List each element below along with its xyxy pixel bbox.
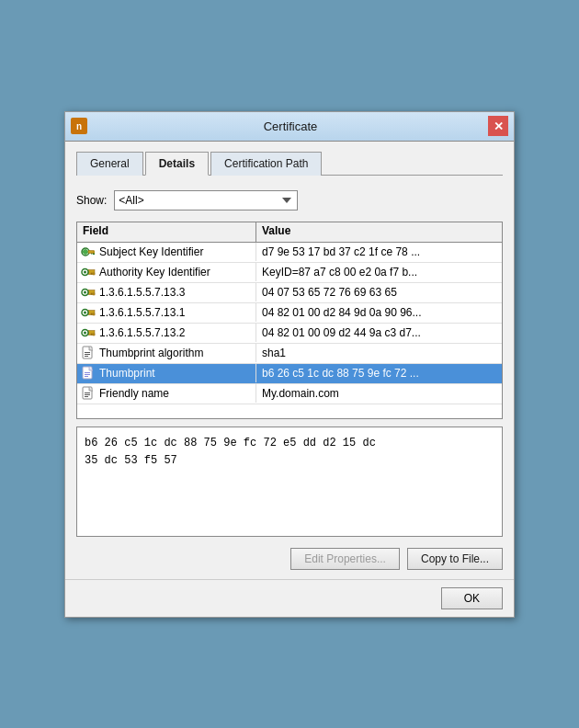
field-name: Thumbprint algorithm: [99, 347, 203, 359]
tab-certification-path[interactable]: Certification Path: [210, 152, 322, 176]
row-value: d7 9e 53 17 bd 37 c2 1f ce 78 ...: [256, 244, 502, 260]
svg-rect-27: [85, 352, 90, 353]
col-field-header: Field: [77, 222, 256, 242]
document-icon: [81, 346, 96, 360]
row-field: Thumbprint: [77, 364, 256, 382]
svg-rect-15: [91, 293, 93, 295]
table-row[interactable]: 1.3.6.1.5.5.7.13.3 04 07 53 65 72 76 69 …: [77, 283, 502, 303]
svg-rect-24: [93, 334, 95, 336]
copy-to-file-button[interactable]: Copy to File...: [407, 548, 503, 570]
table-header: Field Value: [77, 222, 502, 243]
window-content: General Details Certification Path Show:…: [65, 142, 514, 579]
svg-rect-9: [93, 273, 95, 275]
svg-rect-29: [85, 356, 88, 357]
window-icon: n: [71, 118, 87, 134]
svg-rect-37: [85, 396, 88, 397]
table-row[interactable]: 1.3.6.1.5.5.7.13.1 04 82 01 00 d2 84 9d …: [77, 303, 502, 324]
svg-point-23: [84, 332, 86, 335]
row-value: 04 82 01 00 09 d2 44 9a c3 d7...: [256, 324, 502, 341]
svg-rect-33: [85, 376, 88, 377]
row-value: b6 26 c5 1c dc 88 75 9e fc 72 ...: [256, 365, 502, 381]
field-name: Thumbprint: [99, 367, 155, 380]
key-icon: [81, 305, 96, 320]
table-row[interactable]: 1.3.6.1.5.5.7.13.2 04 82 01 00 09 d2 44 …: [77, 324, 502, 344]
tab-details[interactable]: Details: [145, 152, 209, 176]
edit-properties-button[interactable]: Edit Properties...: [290, 548, 400, 570]
key-icon: [81, 325, 96, 340]
field-name: Subject Key Identifier: [99, 245, 203, 258]
table-row[interactable]: Authority Key Identifier KeyID=87 a7 c8 …: [77, 263, 502, 283]
detail-line-1: b6 26 c5 1c dc 88 75 9e fc 72 e5 dd d2 1…: [85, 435, 494, 452]
field-name: 1.3.6.1.5.5.7.13.2: [99, 326, 185, 339]
footer: OK: [65, 579, 514, 617]
table-row[interactable]: Friendly name My.domain.com: [77, 384, 502, 404]
row-field: 1.3.6.1.5.5.7.13.1: [77, 303, 256, 322]
svg-rect-25: [91, 334, 93, 336]
field-name: 1.3.6.1.5.5.7.13.3: [99, 286, 185, 299]
show-row: Show: <All> Version 1 Fields Only Extens…: [76, 190, 503, 210]
close-button[interactable]: ✕: [488, 116, 508, 136]
row-value: sha1: [256, 345, 502, 361]
action-buttons: Edit Properties... Copy to File...: [76, 548, 503, 570]
detail-area: b6 26 c5 1c dc 88 75 9e fc 72 e5 dd d2 1…: [76, 427, 503, 537]
row-field: Subject Key Identifier: [77, 243, 256, 261]
svg-rect-10: [91, 273, 93, 275]
svg-rect-20: [91, 313, 93, 315]
field-name: Authority Key Identifier: [99, 266, 210, 279]
row-field: Thumbprint algorithm: [77, 344, 256, 362]
key-icon: [81, 285, 96, 300]
certificate-window: n Certificate ✕ General Details Certific…: [64, 111, 515, 618]
col-value-header: Value: [256, 222, 502, 242]
key-icon: [81, 265, 96, 279]
svg-rect-28: [85, 354, 90, 355]
row-value: 04 82 01 00 d2 84 9d 0a 90 96...: [256, 304, 502, 321]
fields-table: Field Value: [76, 222, 503, 419]
svg-rect-14: [93, 293, 95, 295]
title-bar: n Certificate ✕: [65, 112, 514, 142]
key-icon: [81, 245, 96, 259]
row-value: 04 07 53 65 72 76 69 63 65: [256, 284, 502, 301]
svg-rect-36: [85, 394, 90, 395]
svg-rect-35: [85, 392, 90, 393]
show-label: Show:: [76, 194, 107, 207]
tab-bar: General Details Certification Path: [76, 151, 503, 176]
detail-line-2: 35 dc 53 f5 57: [85, 452, 494, 470]
table-row-selected[interactable]: Thumbprint b6 26 c5 1c dc 88 75 9e fc 72…: [77, 364, 502, 384]
svg-rect-32: [85, 374, 90, 375]
document-icon: [81, 386, 96, 401]
table-row[interactable]: Thumbprint algorithm sha1: [77, 344, 502, 364]
field-name: Friendly name: [99, 387, 169, 400]
svg-rect-19: [93, 313, 95, 315]
tab-general[interactable]: General: [76, 152, 143, 176]
svg-point-13: [84, 291, 86, 294]
row-field: 1.3.6.1.5.5.7.13.2: [77, 324, 256, 342]
svg-point-18: [84, 312, 86, 314]
svg-rect-31: [85, 372, 90, 373]
svg-point-8: [84, 271, 86, 274]
row-field: Friendly name: [77, 384, 256, 403]
table-scroll[interactable]: Subject Key Identifier d7 9e 53 17 bd 37…: [77, 243, 502, 418]
row-field: Authority Key Identifier: [77, 263, 256, 281]
row-value: My.domain.com: [256, 385, 502, 402]
row-field: 1.3.6.1.5.5.7.13.3: [77, 283, 256, 301]
window-title: Certificate: [93, 119, 488, 133]
document-icon: [81, 366, 96, 381]
field-name: 1.3.6.1.5.5.7.13.1: [99, 306, 185, 319]
row-value: KeyID=87 a7 c8 00 e2 0a f7 b...: [256, 264, 502, 280]
show-select[interactable]: <All> Version 1 Fields Only Extensions O…: [114, 190, 298, 210]
table-row[interactable]: Subject Key Identifier d7 9e 53 17 bd 37…: [77, 243, 502, 263]
ok-button[interactable]: OK: [441, 587, 503, 609]
